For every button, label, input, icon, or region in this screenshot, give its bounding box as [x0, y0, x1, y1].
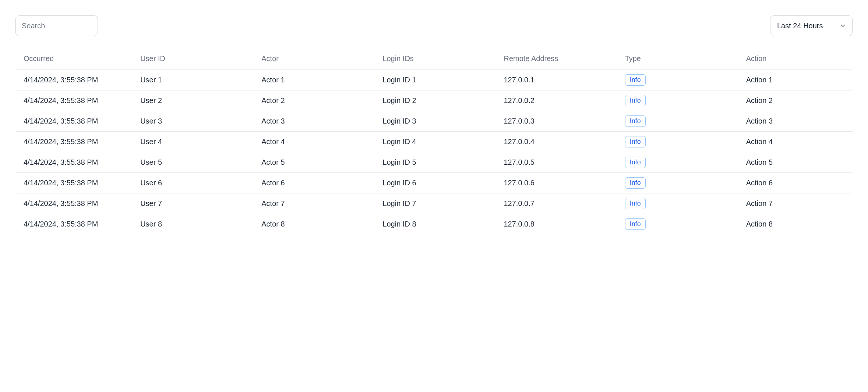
cell-type: Info: [621, 132, 742, 152]
cell-remote-address: 127.0.0.6: [500, 173, 621, 193]
cell-type: Info: [621, 173, 742, 193]
cell-action: Action 1: [742, 70, 853, 90]
table-row[interactable]: 4/14/2024, 3:55:38 PMUser 1Actor 1Login …: [15, 70, 853, 90]
cell-occurred: 4/14/2024, 3:55:38 PM: [15, 173, 137, 193]
toolbar: Last 24 Hours: [15, 15, 853, 36]
cell-login-ids: Login ID 8: [379, 214, 500, 235]
cell-actor: Actor 4: [258, 132, 379, 152]
table-row[interactable]: 4/14/2024, 3:55:38 PMUser 8Actor 8Login …: [15, 214, 853, 235]
cell-actor: Actor 8: [258, 214, 379, 235]
cell-type: Info: [621, 70, 742, 90]
cell-remote-address: 127.0.0.3: [500, 111, 621, 132]
chevron-down-icon: [840, 22, 846, 29]
header-action[interactable]: Action: [742, 49, 853, 70]
time-range-label: Last 24 Hours: [777, 22, 823, 30]
cell-actor: Actor 5: [258, 152, 379, 173]
cell-occurred: 4/14/2024, 3:55:38 PM: [15, 214, 137, 235]
cell-action: Action 7: [742, 193, 853, 214]
header-login-ids[interactable]: Login IDs: [379, 49, 500, 70]
cell-action: Action 5: [742, 152, 853, 173]
type-badge[interactable]: Info: [625, 218, 646, 230]
cell-type: Info: [621, 214, 742, 235]
cell-occurred: 4/14/2024, 3:55:38 PM: [15, 152, 137, 173]
type-badge[interactable]: Info: [625, 136, 646, 147]
cell-login-ids: Login ID 4: [379, 132, 500, 152]
cell-user-id: User 7: [137, 193, 258, 214]
cell-login-ids: Login ID 3: [379, 111, 500, 132]
table-row[interactable]: 4/14/2024, 3:55:38 PMUser 7Actor 7Login …: [15, 193, 853, 214]
type-badge[interactable]: Info: [625, 198, 646, 209]
table-row[interactable]: 4/14/2024, 3:55:38 PMUser 5Actor 5Login …: [15, 152, 853, 173]
table-header-row: Occurred User ID Actor Login IDs Remote …: [15, 49, 853, 70]
cell-actor: Actor 7: [258, 193, 379, 214]
header-actor[interactable]: Actor: [258, 49, 379, 70]
cell-actor: Actor 6: [258, 173, 379, 193]
cell-user-id: User 6: [137, 173, 258, 193]
cell-remote-address: 127.0.0.8: [500, 214, 621, 235]
cell-actor: Actor 1: [258, 70, 379, 90]
search-input[interactable]: [15, 15, 98, 36]
events-table: Occurred User ID Actor Login IDs Remote …: [15, 49, 853, 234]
cell-action: Action 2: [742, 90, 853, 111]
cell-action: Action 4: [742, 132, 853, 152]
cell-occurred: 4/14/2024, 3:55:38 PM: [15, 90, 137, 111]
type-badge[interactable]: Info: [625, 74, 646, 86]
type-badge[interactable]: Info: [625, 95, 646, 106]
header-remote-address[interactable]: Remote Address: [500, 49, 621, 70]
cell-remote-address: 127.0.0.1: [500, 70, 621, 90]
cell-remote-address: 127.0.0.2: [500, 90, 621, 111]
cell-user-id: User 4: [137, 132, 258, 152]
cell-action: Action 3: [742, 111, 853, 132]
cell-actor: Actor 2: [258, 90, 379, 111]
cell-type: Info: [621, 193, 742, 214]
cell-user-id: User 8: [137, 214, 258, 235]
cell-login-ids: Login ID 7: [379, 193, 500, 214]
time-range-select[interactable]: Last 24 Hours: [770, 15, 853, 36]
header-user-id[interactable]: User ID: [137, 49, 258, 70]
cell-occurred: 4/14/2024, 3:55:38 PM: [15, 193, 137, 214]
type-badge[interactable]: Info: [625, 115, 646, 127]
cell-login-ids: Login ID 5: [379, 152, 500, 173]
table-row[interactable]: 4/14/2024, 3:55:38 PMUser 2Actor 2Login …: [15, 90, 853, 111]
cell-type: Info: [621, 90, 742, 111]
header-type[interactable]: Type: [621, 49, 742, 70]
cell-login-ids: Login ID 6: [379, 173, 500, 193]
table-row[interactable]: 4/14/2024, 3:55:38 PMUser 4Actor 4Login …: [15, 132, 853, 152]
cell-occurred: 4/14/2024, 3:55:38 PM: [15, 111, 137, 132]
cell-remote-address: 127.0.0.7: [500, 193, 621, 214]
cell-occurred: 4/14/2024, 3:55:38 PM: [15, 132, 137, 152]
cell-type: Info: [621, 152, 742, 173]
cell-user-id: User 1: [137, 70, 258, 90]
cell-action: Action 8: [742, 214, 853, 235]
cell-remote-address: 127.0.0.4: [500, 132, 621, 152]
cell-action: Action 6: [742, 173, 853, 193]
type-badge[interactable]: Info: [625, 177, 646, 189]
table-row[interactable]: 4/14/2024, 3:55:38 PMUser 6Actor 6Login …: [15, 173, 853, 193]
cell-occurred: 4/14/2024, 3:55:38 PM: [15, 70, 137, 90]
cell-user-id: User 5: [137, 152, 258, 173]
cell-type: Info: [621, 111, 742, 132]
cell-actor: Actor 3: [258, 111, 379, 132]
cell-login-ids: Login ID 2: [379, 90, 500, 111]
header-occurred[interactable]: Occurred: [15, 49, 137, 70]
cell-user-id: User 2: [137, 90, 258, 111]
type-badge[interactable]: Info: [625, 157, 646, 168]
cell-user-id: User 3: [137, 111, 258, 132]
table-row[interactable]: 4/14/2024, 3:55:38 PMUser 3Actor 3Login …: [15, 111, 853, 132]
cell-login-ids: Login ID 1: [379, 70, 500, 90]
cell-remote-address: 127.0.0.5: [500, 152, 621, 173]
